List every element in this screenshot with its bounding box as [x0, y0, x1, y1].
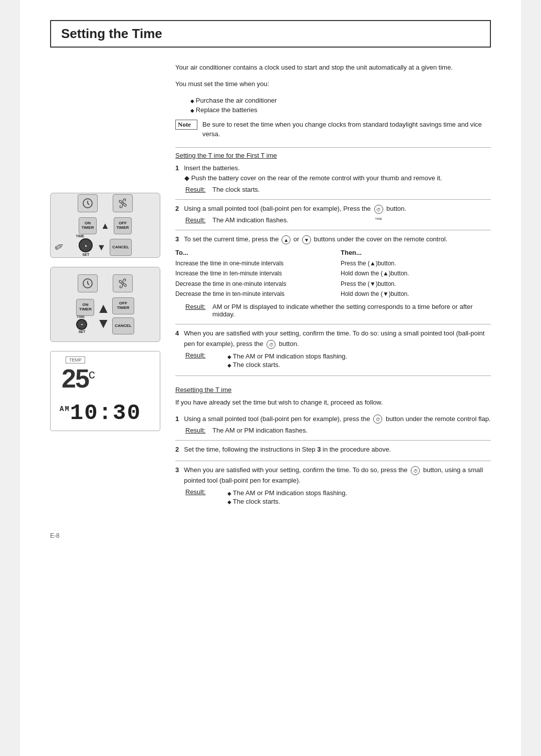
step2-num: 2 [175, 204, 179, 214]
then-row-4: Hold down the (▼)button. [341, 289, 491, 299]
off-timer-btn-2[interactable]: OFFTIMER [112, 297, 134, 314]
step4-bullet-2: The clock starts. [227, 361, 347, 368]
divider-6 [175, 440, 491, 441]
time-button-icon-4: ⏱ [411, 466, 420, 475]
to-row-4: Decrease the time in ten-minute interval… [175, 289, 326, 299]
set-circle-1: ● [79, 238, 93, 252]
then-row-1: Press the (▲)button. [341, 258, 491, 268]
to-then-table: To... Increase the time in one-minute in… [175, 249, 491, 299]
intro-para2: You must set the time when you: [175, 79, 491, 90]
sec2-step1-result-label: Result: [185, 427, 209, 434]
sec2-step3-num: 3 [175, 465, 179, 486]
page-title: Setting the Time [50, 20, 491, 48]
step-4: 4 When you are satisfied with your setti… [175, 328, 491, 369]
am-label: AM [60, 405, 70, 413]
section2-intro: If you have already set the time but wis… [175, 398, 491, 408]
off-timer-btn-1[interactable]: OFFTIMER [114, 217, 132, 234]
step1-result-text: The clock starts. [212, 186, 260, 193]
sec2-step-3: 3 When you are satisfied with your setti… [175, 465, 491, 506]
svg-point-1 [122, 202, 124, 204]
to-row-1: Increase the time in one-minute interval… [175, 258, 326, 268]
down-btn-inline: ▼ [302, 235, 311, 244]
time-value: 10:30 [70, 401, 141, 426]
then-row-3: Press the (▼)button. [341, 279, 491, 289]
then-header: Then... [341, 249, 491, 256]
divider-2 [175, 199, 491, 200]
note-row: Note Be sure to reset the time when you … [175, 120, 491, 139]
step-3: 3 To set the current time, press the ▲ o… [175, 234, 491, 318]
remote-diagram-2: ONTIMER TIME ● SET ▲ ▼ [50, 267, 160, 342]
step1-bullet: ◆ Push the battery cover on the rear of … [184, 174, 442, 182]
sec2-step2-num: 2 [175, 445, 179, 455]
section2-heading: Resetting the T ime [175, 386, 491, 394]
step3-num: 3 [175, 234, 179, 245]
sec2-step-2: 2 Set the time, following the instructio… [175, 445, 491, 455]
time-button-icon-3: ⏱ [373, 415, 382, 424]
pencil-icon-1: ✏ [52, 239, 67, 255]
step1-text: Insert the batteries. [184, 163, 239, 174]
page: Setting the Time [20, 0, 521, 756]
sec2-step2-bold: 3 [317, 446, 321, 453]
temp-value: 25 [62, 364, 89, 393]
step3-text: To set the current time, press the ▲ or … [184, 234, 447, 245]
cancel-btn-1[interactable]: CANCEL [110, 239, 131, 256]
set-btn-1[interactable]: TIME ● SET [79, 238, 93, 256]
step1-result-label: Result: [185, 186, 209, 193]
on-timer-btn-1[interactable]: ONTIMER [79, 217, 97, 234]
section1-heading: Setting the T ime for the First T ime [175, 152, 491, 159]
right-panel: Your air conditioner contains a clock us… [175, 63, 491, 512]
step4-result: Result: The AM or PM indication stops fl… [185, 351, 491, 369]
step4-bullet-1: The AM or PM indication stops flashing. [227, 352, 347, 360]
step2-result: Result: The AM indication flashes. [185, 216, 491, 224]
set-circle-2: ● [76, 319, 87, 330]
remote-diagram-1: ONTIMER ▲ OFFTIMER TIME ● SET ▼ CANCEL ✏ [50, 193, 160, 258]
step3-result: Result: AM or PM is displayed to indicat… [185, 303, 491, 318]
svg-point-3 [122, 282, 124, 284]
sec2-step3-bullet-1: The AM or PM indication stops flashing. [227, 489, 347, 497]
step1-num: 1 [175, 163, 179, 174]
remote-icon-fan [113, 194, 133, 212]
big-down-arrow: ▼ [96, 316, 110, 330]
sec2-step3-text: When you are satisfied with your setting… [184, 465, 491, 486]
display-panel: TEMP 25c AM10:30 [50, 351, 160, 431]
time-button-icon-1: ⏱TIME [374, 205, 383, 214]
step2-result-label: Result: [185, 216, 209, 224]
step4-result-label: Result: [185, 351, 209, 369]
footer-text: E-8 [50, 532, 60, 539]
sec2-step3-bullet-2: The clock starts. [227, 498, 347, 505]
remote-icon-clock-2 [78, 274, 98, 292]
set-label-2: SET [79, 330, 86, 333]
then-row-2: Hold down the (▲)button. [341, 268, 491, 278]
step4-num: 4 [175, 328, 179, 349]
divider-7 [175, 461, 491, 461]
step3-result-text: AM or PM is displayed to indicate whethe… [212, 303, 491, 318]
bullet-2: Replace the batteries [190, 105, 491, 115]
sec2-step1-result-text: The AM or PM indication flashes. [212, 427, 308, 434]
step3-result-label: Result: [185, 303, 209, 318]
to-header: To... [175, 249, 326, 256]
step-1: 1 Insert the batteries. ◆ Push the batte… [175, 163, 491, 194]
temp-unit: c [89, 366, 94, 382]
time-label-1: TIME [76, 234, 84, 238]
left-panel: ONTIMER ▲ OFFTIMER TIME ● SET ▼ CANCEL ✏ [50, 63, 165, 512]
intro-bullets: Purchase the air conditioner Replace the… [190, 96, 491, 115]
on-timer-btn-2[interactable]: ONTIMER [76, 299, 94, 316]
sec2-step1-num: 1 [175, 414, 179, 425]
cancel-btn-2[interactable]: CANCEL [112, 317, 134, 334]
step2-text: Using a small pointed tool (ball-point p… [184, 204, 406, 214]
big-up-arrow: ▲ [96, 301, 110, 315]
intro-para1: Your air conditioner contains a clock us… [175, 63, 491, 73]
sec2-step3-result-label: Result: [185, 488, 209, 506]
sec2-step1-result: Result: The AM or PM indication flashes. [185, 427, 491, 434]
time-button-icon-2: ⏱ [266, 340, 276, 349]
sec2-step3-result: Result: The AM or PM indication stops fl… [185, 488, 491, 506]
step4-text: When you are satisfied with your setting… [184, 328, 491, 349]
bullet-1: Purchase the air conditioner [190, 96, 491, 105]
page-footer: E-8 [50, 532, 491, 539]
up-btn-inline: ▲ [282, 235, 291, 244]
step1-result: Result: The clock starts. [185, 186, 491, 193]
remote-icon-clock [78, 194, 98, 212]
divider-4 [175, 324, 491, 324]
divider-3 [175, 230, 491, 230]
set-btn-2[interactable]: TIME ● SET [76, 319, 87, 333]
